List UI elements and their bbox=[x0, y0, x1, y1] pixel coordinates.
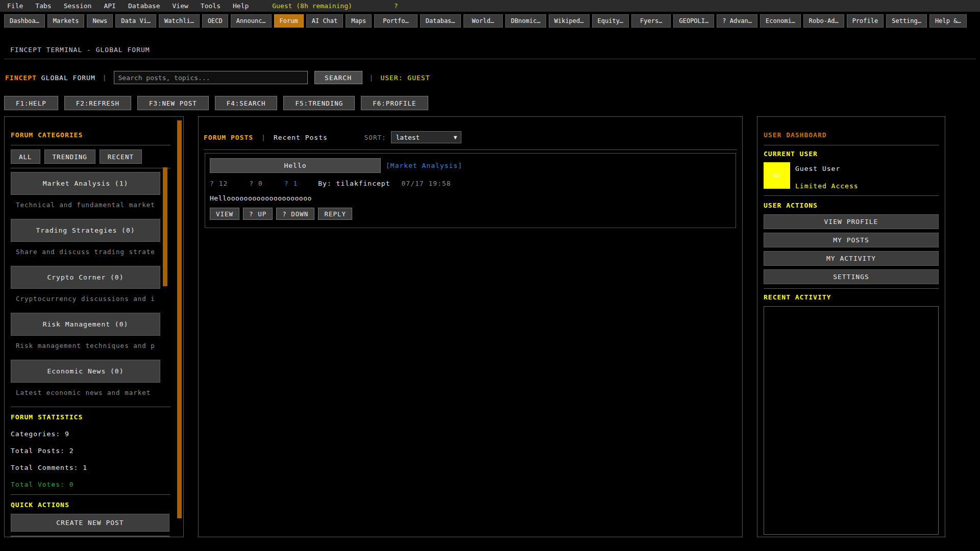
f4-search-button[interactable]: F4:SEARCH bbox=[215, 96, 278, 110]
tab-watchlist[interactable]: Watchli… bbox=[159, 14, 200, 28]
tab-advanced[interactable]: ? Advan… bbox=[717, 14, 757, 28]
tab-dashboard[interactable]: Dashboa… bbox=[4, 14, 45, 28]
tab-wikipedia[interactable]: Wikiped… bbox=[549, 14, 590, 28]
category-filter-tabs: ALL TRENDING RECENT bbox=[11, 149, 183, 164]
filter-tab-trending[interactable]: TRENDING bbox=[44, 149, 95, 164]
divider bbox=[11, 407, 170, 407]
quick-actions-title: QUICK ACTIONS bbox=[11, 501, 183, 509]
divider bbox=[764, 195, 939, 196]
tab-markets[interactable]: Markets bbox=[47, 14, 85, 28]
sort-dropdown[interactable]: latest ▼ bbox=[391, 131, 461, 143]
category-button-risk-management[interactable]: Risk Management (0) bbox=[11, 313, 160, 336]
search-input[interactable] bbox=[114, 71, 308, 84]
sort-label: SORT: bbox=[364, 134, 386, 141]
current-user-row: GU Guest User Limited Access bbox=[764, 162, 939, 190]
forum-statistics-title: FORUM STATISTICS bbox=[11, 413, 183, 421]
tab-profile[interactable]: Profile bbox=[847, 14, 884, 28]
tab-geopolitics[interactable]: GEOPOLI… bbox=[673, 14, 714, 28]
post-meta-row: ? 12 ? 0 ? 1 By: tilakfincept 07/17 19:5… bbox=[210, 180, 731, 187]
help-icon[interactable]: ? bbox=[394, 2, 398, 10]
tab-robo-advisor[interactable]: Robo-Ad… bbox=[803, 14, 844, 28]
post-reply-button[interactable]: REPLY bbox=[318, 208, 352, 220]
f3-new-post-button[interactable]: F3:NEW POST bbox=[137, 96, 209, 110]
menu-help[interactable]: Help bbox=[233, 2, 249, 10]
category-button-economic-news[interactable]: Economic News (0) bbox=[11, 360, 160, 383]
divider bbox=[204, 149, 737, 150]
post-comments-stat: ? 0 bbox=[249, 180, 262, 187]
category-description: Share and discuss trading strate bbox=[11, 248, 165, 256]
search-button[interactable]: SEARCH bbox=[314, 71, 362, 84]
post-upvote-button[interactable]: ? UP bbox=[243, 208, 273, 220]
tab-databases[interactable]: Databas… bbox=[420, 14, 461, 28]
divider: | bbox=[370, 74, 374, 82]
my-activity-button[interactable]: MY ACTIVITY bbox=[764, 251, 939, 266]
post-title-button[interactable]: Hello bbox=[210, 158, 381, 173]
tab-announcements[interactable]: Announc… bbox=[231, 14, 272, 28]
post-category-tag[interactable]: [Market Analysis] bbox=[386, 162, 462, 169]
f6-profile-button[interactable]: F6:PROFILE bbox=[361, 96, 428, 110]
tab-oecd[interactable]: OECD bbox=[202, 14, 228, 28]
tab-world[interactable]: World… bbox=[463, 14, 503, 28]
create-new-post-button[interactable]: CREATE NEW POST bbox=[11, 514, 169, 532]
tab-settings[interactable]: Setting… bbox=[886, 14, 927, 28]
posts-subtitle: Recent Posts bbox=[274, 134, 328, 141]
post-card: Hello [Market Analysis] ? 12 ? 0 ? 1 By:… bbox=[210, 158, 731, 220]
forum-posts-panel: FORUM POSTS | Recent Posts SORT: latest … bbox=[198, 116, 743, 537]
tab-maps[interactable]: Maps bbox=[346, 14, 372, 28]
category-description: Risk management techniques and p bbox=[11, 342, 165, 349]
tab-news[interactable]: News bbox=[87, 14, 113, 28]
filter-tab-all[interactable]: ALL bbox=[11, 149, 40, 164]
function-key-row: F1:HELP F2:REFRESH F3:NEW POST F4:SEARCH… bbox=[4, 96, 428, 110]
category-button-crypto-corner[interactable]: Crypto Corner (0) bbox=[11, 266, 160, 289]
menu-view[interactable]: View bbox=[173, 2, 188, 10]
my-posts-action-button[interactable]: MY POSTS bbox=[764, 233, 939, 247]
menu-api[interactable]: API bbox=[104, 2, 115, 10]
divider bbox=[764, 288, 939, 289]
post-view-button[interactable]: VIEW bbox=[210, 208, 239, 220]
recent-activity-title: RECENT ACTIVITY bbox=[764, 293, 939, 301]
category-list: Market Analysis (1) Technical and fundam… bbox=[11, 172, 183, 396]
category-list-scrollbar[interactable] bbox=[163, 167, 167, 286]
my-posts-button[interactable]: MY POSTS bbox=[11, 536, 169, 537]
tab-economics[interactable]: Economi… bbox=[760, 14, 801, 28]
tab-data-viz[interactable]: Data Vi… bbox=[115, 14, 156, 28]
post-content: Helloooooooooooooooooooo bbox=[210, 194, 731, 202]
tab-fyers[interactable]: Fyers… bbox=[631, 14, 671, 28]
menu-tabs[interactable]: Tabs bbox=[35, 2, 51, 10]
user-dashboard-panel: USER DASHBOARD CURRENT USER GU Guest Use… bbox=[757, 116, 945, 537]
stat-total-comments: Total Comments: 1 bbox=[11, 464, 183, 471]
category-button-market-analysis[interactable]: Market Analysis (1) bbox=[11, 172, 160, 195]
posts-list: Hello [Market Analysis] ? 12 ? 0 ? 1 By:… bbox=[205, 153, 736, 228]
post-downvote-button[interactable]: ? DOWN bbox=[276, 208, 314, 220]
tab-equity[interactable]: Equity… bbox=[592, 14, 629, 28]
tab-portfolio[interactable]: Portfo… bbox=[374, 14, 418, 28]
filter-tab-recent[interactable]: RECENT bbox=[100, 149, 142, 164]
tab-dbnomics[interactable]: DBnomic… bbox=[505, 14, 546, 28]
user-name: Guest User bbox=[795, 165, 859, 172]
recent-activity-box bbox=[764, 306, 939, 535]
menu-session[interactable]: Session bbox=[64, 2, 92, 10]
user-status-label: USER: GUEST bbox=[380, 74, 430, 82]
f5-trending-button[interactable]: F5:TRENDING bbox=[283, 96, 355, 110]
stat-categories: Categories: 9 bbox=[11, 430, 183, 438]
menu-database[interactable]: Database bbox=[128, 2, 160, 10]
menu-bar: File Tabs Session API Database View Tool… bbox=[0, 0, 980, 12]
view-profile-button[interactable]: VIEW PROFILE bbox=[764, 214, 939, 229]
divider: | bbox=[103, 74, 107, 82]
tab-help[interactable]: Help &… bbox=[929, 14, 967, 28]
chevron-down-icon: ▼ bbox=[454, 134, 457, 141]
user-dashboard-title: USER DASHBOARD bbox=[764, 131, 939, 139]
category-description: Latest economic news and market bbox=[11, 389, 165, 396]
divider bbox=[764, 145, 939, 145]
tab-forum[interactable]: Forum bbox=[274, 14, 304, 28]
forum-categories-title: FORUM CATEGORIES bbox=[11, 131, 183, 139]
f1-help-button[interactable]: F1:HELP bbox=[4, 96, 58, 110]
menu-tools[interactable]: Tools bbox=[201, 2, 220, 10]
sidebar-scrollbar[interactable] bbox=[177, 120, 182, 518]
settings-button[interactable]: SETTINGS bbox=[764, 269, 939, 284]
menu-file[interactable]: File bbox=[7, 2, 23, 10]
divider bbox=[11, 145, 170, 145]
f2-refresh-button[interactable]: F2:REFRESH bbox=[64, 96, 131, 110]
category-button-trading-strategies[interactable]: Trading Strategies (0) bbox=[11, 219, 160, 242]
tab-ai-chat[interactable]: AI Chat bbox=[306, 14, 344, 28]
